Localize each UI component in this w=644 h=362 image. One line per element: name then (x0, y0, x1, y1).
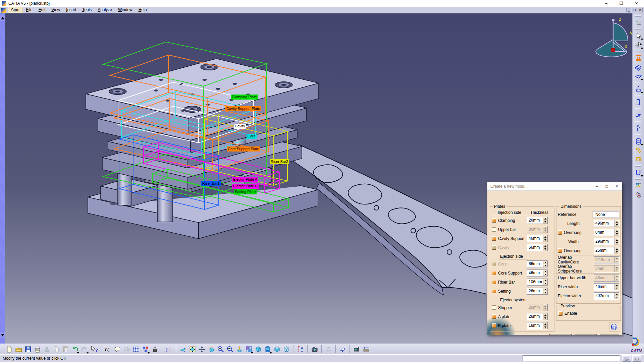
toolbar-handle[interactable] (635, 108, 641, 109)
clamping-checkbox[interactable] (492, 218, 496, 223)
plate-label-core[interactable]: Core (247, 134, 257, 139)
setting-thickness-field[interactable]: 26mm (527, 288, 548, 295)
pan-icon[interactable] (197, 345, 207, 354)
open-folder-icon[interactable] (14, 345, 23, 354)
menu-analyze[interactable]: Analyze (95, 7, 115, 13)
stripper-thickness-field[interactable]: 26mm (527, 304, 548, 311)
formula-fx-icon[interactable]: fₓ) (103, 345, 113, 354)
design-table-icon[interactable] (141, 345, 150, 354)
mdi-restore-icon[interactable]: ❐ (632, 8, 637, 12)
player-icon[interactable] (352, 345, 362, 354)
plate-label-core-support-plate[interactable]: Core Support Plate (227, 146, 260, 152)
length-field[interactable]: 496mm (594, 220, 619, 227)
preview-stack-icon[interactable] (609, 322, 619, 331)
enable-preview-checkbox[interactable] (558, 311, 562, 316)
cavity-support-thickness-field[interactable]: 46mm (527, 235, 548, 242)
save-icon[interactable] (23, 345, 33, 354)
reference-dropdown[interactable]: None (593, 211, 619, 218)
toolbar-handle[interactable] (635, 121, 641, 122)
core-support-thickness-field[interactable]: 46mm (527, 269, 548, 277)
b-plate-thickness-field[interactable]: 16mm (527, 322, 548, 329)
restore-icon[interactable]: ❐ (614, 0, 629, 7)
shading-icon[interactable] (272, 345, 282, 354)
overlap-stripper-core-field[interactable]: 0mm (594, 265, 619, 272)
plate-label-ejector-plate-a[interactable]: Ejector Plate A (232, 177, 258, 182)
plate-label-riser-bar1[interactable]: Riser Bar1 (201, 181, 221, 186)
toolbar-grip[interactable] (2, 345, 3, 353)
zoom-out-icon[interactable] (225, 345, 235, 354)
help-button[interactable]: Help (600, 334, 619, 335)
multi-view-icon[interactable] (244, 345, 254, 354)
riser-bar-thickness-field[interactable]: 106mm (527, 279, 548, 286)
setting-checkbox[interactable] (492, 289, 496, 293)
dialog-close-icon[interactable]: ✕ (612, 182, 622, 190)
dialog-toggle-icon[interactable] (622, 355, 631, 362)
mold-base-icon[interactable] (633, 53, 643, 62)
stripper-checkbox[interactable] (492, 305, 496, 310)
toolbar-handle[interactable] (635, 28, 641, 30)
zoom-in-icon[interactable] (216, 345, 225, 354)
span-dimension-icon[interactable] (362, 345, 371, 354)
width-field[interactable]: 296mm (594, 238, 619, 245)
plate-label-cavity[interactable]: Cavity (234, 124, 246, 129)
insert-plate-icon[interactable] (633, 71, 643, 80)
runner-icon[interactable] (633, 155, 643, 164)
menu-window[interactable]: Window (115, 7, 136, 13)
view-compass[interactable]: zyx (596, 16, 632, 57)
plate-label-riser-bar2[interactable]: Riser Bar2 (270, 159, 289, 164)
lock-icon[interactable] (150, 345, 160, 354)
overhang-field[interactable]: 0mm (594, 229, 619, 236)
toolbar-handle[interactable] (635, 95, 641, 96)
menu-help[interactable]: Help (136, 7, 150, 13)
normal-view-icon[interactable] (235, 345, 244, 354)
eraser-icon[interactable] (338, 345, 347, 354)
add-plate-icon[interactable] (633, 62, 643, 71)
dialog-title-bar[interactable]: Create a new mold... – □ ✕ (487, 182, 622, 191)
gate-icon[interactable] (633, 168, 643, 177)
info-icon[interactable]: i (632, 355, 641, 362)
riser-width-field[interactable]: 46mm (594, 283, 619, 290)
capture-icon[interactable] (310, 345, 319, 354)
menu-tools[interactable]: Tools (79, 7, 95, 13)
overlap-cavity-core-field[interactable]: 52.8mm (594, 256, 619, 263)
overhang-checkbox[interactable] (558, 248, 562, 253)
core-thickness-field[interactable]: 66mm (527, 260, 548, 267)
sprue-puller-icon[interactable] (633, 146, 643, 155)
paste-icon[interactable] (61, 345, 70, 354)
shading-edges-icon[interactable] (282, 345, 291, 354)
core-block-icon[interactable] (633, 98, 643, 107)
dialog-maximize-icon[interactable]: □ (602, 182, 612, 190)
redo-icon[interactable] (80, 345, 89, 354)
fly-mode-icon[interactable] (178, 345, 188, 354)
cavity-checkbox[interactable] (492, 245, 496, 250)
mdi-minimize-icon[interactable]: _ (626, 8, 631, 12)
upper-bar-checkbox[interactable] (492, 227, 496, 232)
power-input-icon[interactable] (633, 40, 643, 49)
spreadsheet-icon[interactable] (131, 345, 141, 354)
new-document-icon[interactable] (5, 345, 14, 354)
menu-insert[interactable]: Insert (63, 7, 79, 13)
core-checkbox[interactable] (492, 262, 496, 266)
scroll-up-arrow-icon[interactable] (0, 15, 5, 21)
dialog-minimize-icon[interactable]: – (592, 182, 602, 190)
whats-this-icon[interactable]: ? (89, 345, 99, 354)
cancel-button[interactable]: Cancel (575, 334, 597, 335)
leader-pin-icon[interactable] (633, 124, 643, 133)
measure-icon[interactable] (296, 345, 305, 354)
ejector-pin-icon[interactable] (633, 84, 643, 94)
fit-all-icon[interactable] (188, 345, 197, 354)
clamping-thickness-field[interactable]: 26mm (527, 217, 548, 224)
riser-bar-checkbox[interactable] (492, 280, 496, 284)
cap-screw-icon[interactable] (633, 111, 643, 120)
copy-icon[interactable] (52, 345, 61, 354)
a-plate-checkbox[interactable] (492, 314, 496, 319)
ok-button[interactable]: OK (549, 334, 572, 335)
power-input-field[interactable] (523, 355, 620, 361)
mdi-close-icon[interactable]: ✕ (638, 8, 643, 12)
ejector-width-field[interactable]: 202mm (594, 292, 619, 299)
menu-view[interactable]: View (48, 7, 63, 13)
plate-label-setting-plate[interactable]: Setting Plate (234, 189, 257, 194)
cavity-thickness-field[interactable]: 66mm (527, 244, 548, 251)
catalog-browser-icon[interactable] (633, 18, 643, 27)
b-plate-checkbox[interactable] (492, 323, 496, 328)
